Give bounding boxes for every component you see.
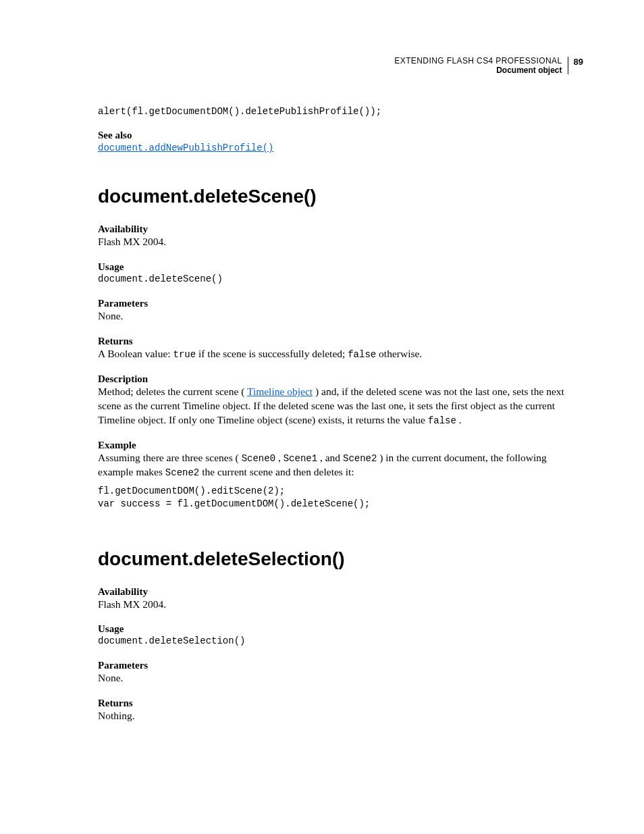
availability-text-2: Flash MX 2004. bbox=[98, 598, 583, 612]
availability-label-2: Availability bbox=[98, 586, 583, 598]
method-heading-deletescene: document.deleteScene() bbox=[98, 186, 583, 207]
example-post: the current scene and then deletes it: bbox=[202, 466, 354, 477]
returns-code-true: true bbox=[173, 349, 196, 360]
description-post: . bbox=[459, 414, 462, 425]
returns-text: A Boolean value: true if the scene is su… bbox=[98, 347, 583, 361]
returns-block-2: Returns Nothing. bbox=[98, 698, 583, 723]
running-header-text: EXTENDING FLASH CS4 PROFESSIONAL Documen… bbox=[394, 57, 562, 76]
returns-label: Returns bbox=[98, 336, 583, 347]
running-header: EXTENDING FLASH CS4 PROFESSIONAL Documen… bbox=[98, 57, 583, 76]
returns-code-false: false bbox=[348, 349, 376, 360]
see-also-link[interactable]: document.addNewPublishProfile() bbox=[98, 142, 273, 153]
example-scene2b: Scene2 bbox=[165, 467, 199, 478]
timeline-object-link[interactable]: Timeline object bbox=[247, 386, 313, 397]
availability-block-2: Availability Flash MX 2004. bbox=[98, 586, 583, 612]
example-code: fl.getDocumentDOM().editScene(2); var su… bbox=[98, 485, 583, 511]
returns-post: otherwise. bbox=[379, 348, 422, 359]
example-s1: , bbox=[278, 452, 284, 463]
see-also-block: See also document.addNewPublishProfile() bbox=[98, 130, 583, 153]
description-block-1: Description Method; deletes the current … bbox=[98, 373, 583, 427]
example-block-1: Example Assuming there are three scenes … bbox=[98, 440, 583, 511]
parameters-block-1: Parameters None. bbox=[98, 298, 583, 323]
description-label: Description bbox=[98, 373, 583, 385]
header-divider bbox=[568, 57, 568, 74]
availability-label: Availability bbox=[98, 224, 583, 235]
section-name: Document object bbox=[394, 66, 562, 76]
parameters-label-2: Parameters bbox=[98, 660, 583, 671]
example-scene0: Scene0 bbox=[242, 453, 275, 464]
usage-label: Usage bbox=[98, 261, 583, 273]
page-number: 89 bbox=[574, 57, 583, 67]
usage-code-2: document.deleteSelection() bbox=[98, 635, 583, 648]
book-title: EXTENDING FLASH CS4 PROFESSIONAL bbox=[394, 57, 562, 66]
returns-block-1: Returns A Boolean value: true if the sce… bbox=[98, 336, 583, 361]
example-s2: , and bbox=[320, 452, 343, 463]
usage-block-2: Usage document.deleteSelection() bbox=[98, 623, 583, 648]
example-scene1: Scene1 bbox=[284, 453, 317, 464]
usage-block-1: Usage document.deleteScene() bbox=[98, 261, 583, 286]
usage-label-2: Usage bbox=[98, 623, 583, 635]
returns-mid: if the scene is successfully deleted; bbox=[198, 348, 348, 359]
running-header-block: EXTENDING FLASH CS4 PROFESSIONAL Documen… bbox=[394, 57, 583, 76]
description-pre: Method; deletes the current scene ( bbox=[98, 386, 244, 397]
availability-block-1: Availability Flash MX 2004. bbox=[98, 224, 583, 249]
parameters-text-2: None. bbox=[98, 671, 583, 685]
method-heading-deleteselection: document.deleteSelection() bbox=[98, 548, 583, 570]
example-label: Example bbox=[98, 440, 583, 451]
parameters-block-2: Parameters None. bbox=[98, 660, 583, 685]
example-scene2: Scene2 bbox=[343, 453, 377, 464]
returns-label-2: Returns bbox=[98, 698, 583, 709]
top-code-sample: alert(fl.getDocumentDOM().deletePublishP… bbox=[98, 105, 583, 118]
returns-text-2: Nothing. bbox=[98, 709, 583, 723]
example-pre: Assuming there are three scenes ( bbox=[98, 452, 239, 463]
usage-code: document.deleteScene() bbox=[98, 273, 583, 286]
parameters-label: Parameters bbox=[98, 298, 583, 309]
parameters-text: None. bbox=[98, 309, 583, 323]
description-code-false: false bbox=[428, 415, 456, 426]
see-also-label: See also bbox=[98, 130, 583, 141]
description-text: Method; deletes the current scene ( Time… bbox=[98, 385, 583, 427]
availability-text: Flash MX 2004. bbox=[98, 235, 583, 249]
returns-pre: A Boolean value: bbox=[98, 348, 173, 359]
page-container: EXTENDING FLASH CS4 PROFESSIONAL Documen… bbox=[0, 0, 644, 773]
example-intro: Assuming there are three scenes ( Scene0… bbox=[98, 451, 583, 479]
